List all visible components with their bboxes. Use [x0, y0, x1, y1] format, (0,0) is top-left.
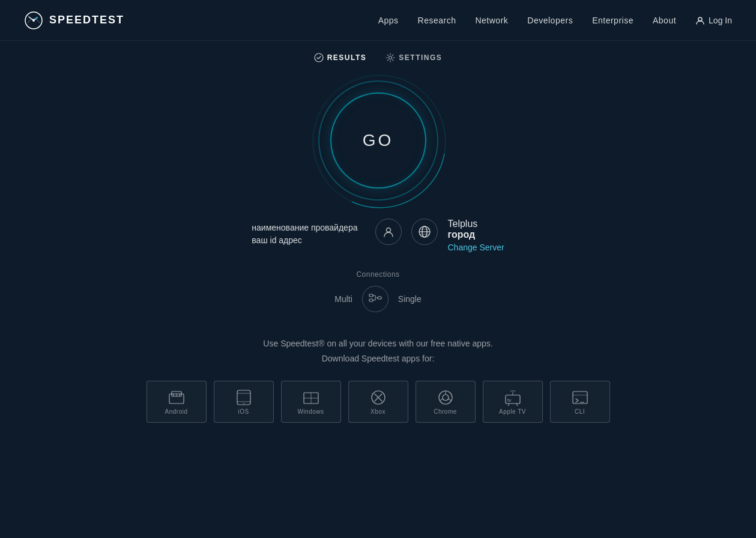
app-appletv[interactable]: tv Apple TV: [483, 381, 543, 423]
speedtest-logo-icon: [24, 11, 43, 30]
svg-rect-12: [378, 297, 381, 299]
connections-label: Connections: [356, 270, 399, 279]
nav-item-about[interactable]: About: [653, 16, 676, 25]
ip-label: ваш id адрес: [252, 234, 302, 247]
android-label: Android: [165, 408, 188, 415]
server-name: Telplus: [447, 219, 504, 229]
nav-item-enterprise[interactable]: Enterprise: [592, 16, 634, 25]
promo-section: Use Speedtest® on all your devices with …: [263, 336, 492, 366]
app-ios[interactable]: iOS: [214, 381, 274, 423]
login-label: Log In: [709, 16, 732, 25]
cli-label: CLI: [575, 408, 585, 415]
ios-icon: [235, 389, 252, 406]
tab-results-label: RESULTS: [327, 53, 367, 62]
settings-icon: [386, 53, 395, 62]
app-windows[interactable]: Windows: [281, 381, 341, 423]
isp-ip-info: наименование провайдера ваш id адрес: [252, 219, 357, 247]
chrome-icon: [437, 389, 454, 406]
go-button-wrapper: GO: [318, 80, 438, 201]
logo[interactable]: SPEEDTEST: [24, 11, 124, 30]
app-chrome[interactable]: Chrome: [416, 381, 476, 423]
nav-item-developers[interactable]: Developers: [527, 16, 573, 25]
go-arc-svg: [312, 74, 447, 209]
svg-point-3: [315, 53, 323, 62]
tab-settings-label: SETTINGS: [399, 53, 442, 62]
nav-item-research[interactable]: Research: [418, 16, 456, 25]
appletv-icon: tv: [504, 389, 521, 406]
svg-text:tv: tv: [507, 397, 511, 403]
svg-point-5: [313, 76, 446, 208]
globe-icon-circle[interactable]: [411, 219, 438, 245]
connections-icon-svg: [368, 292, 383, 306]
svg-rect-11: [369, 299, 373, 301]
info-row: наименование провайдера ваш id адрес Te: [228, 219, 528, 252]
login-button[interactable]: Log In: [695, 16, 732, 25]
logo-text: SPEEDTEST: [49, 14, 124, 26]
user-avatar-icon[interactable]: [375, 219, 402, 245]
nav-item-network[interactable]: Network: [475, 16, 508, 25]
cli-icon: [572, 389, 588, 406]
server-icon-group: Telplus город Change Server: [375, 219, 504, 252]
main-nav: Apps Research Network Developers Enterpr…: [378, 16, 732, 25]
chrome-label: Chrome: [434, 408, 457, 415]
promo-line2: Download Speedtest apps for:: [263, 351, 492, 366]
svg-rect-36: [573, 391, 587, 404]
svg-point-2: [698, 17, 702, 21]
app-xbox[interactable]: Xbox: [348, 381, 408, 423]
xbox-icon: [370, 389, 387, 406]
go-circle-outer: GO: [318, 80, 438, 201]
svg-point-27: [443, 394, 449, 400]
xbox-label: Xbox: [370, 408, 386, 415]
apps-row: Android iOS Windows: [147, 381, 610, 423]
header: SPEEDTEST Apps Research Network Develope…: [0, 0, 756, 41]
tab-bar: RESULTS SETTINGS: [314, 53, 443, 62]
user-icon: [695, 16, 705, 25]
avatar-icon: [383, 226, 395, 238]
server-city: город: [447, 229, 504, 240]
main-content: RESULTS SETTINGS GO наименование п: [0, 41, 756, 423]
server-info: Telplus город Change Server: [447, 219, 504, 252]
windows-label: Windows: [297, 408, 324, 415]
svg-point-6: [313, 76, 446, 208]
change-server-link[interactable]: Change Server: [447, 243, 504, 252]
tab-results[interactable]: RESULTS: [314, 53, 367, 62]
connections-toggle: Multi Single: [334, 286, 421, 312]
single-label: Single: [398, 294, 422, 304]
connections-toggle-button[interactable]: [362, 286, 389, 312]
svg-rect-10: [369, 294, 373, 297]
svg-point-4: [389, 56, 392, 59]
results-icon: [314, 53, 324, 62]
appletv-label: Apple TV: [499, 408, 526, 415]
tab-settings[interactable]: SETTINGS: [386, 53, 442, 62]
svg-point-21: [243, 403, 244, 404]
svg-line-30: [448, 399, 451, 400]
nav-item-apps[interactable]: Apps: [378, 16, 399, 25]
windows-icon: [303, 389, 319, 406]
svg-rect-18: [237, 390, 250, 405]
globe-icon: [418, 225, 431, 238]
android-icon: [168, 389, 185, 406]
isp-label: наименование провайдера: [252, 222, 357, 234]
promo-line1: Use Speedtest® on all your devices with …: [263, 336, 492, 351]
svg-line-29: [440, 399, 443, 400]
svg-point-1: [32, 19, 35, 22]
app-android[interactable]: Android: [147, 381, 207, 423]
multi-label: Multi: [334, 294, 352, 304]
app-cli[interactable]: CLI: [550, 381, 610, 423]
ios-label: iOS: [238, 408, 249, 415]
connections-section: Connections Multi Single: [334, 270, 421, 312]
svg-point-7: [387, 228, 391, 232]
